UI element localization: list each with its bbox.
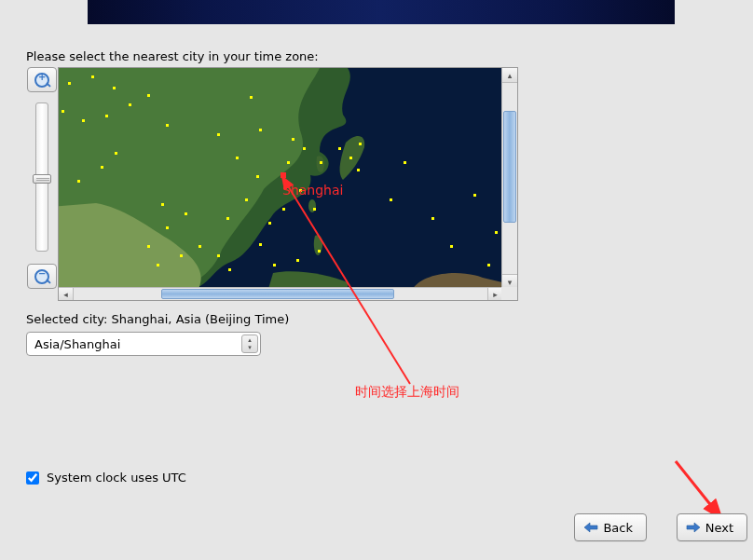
svg-rect-35 [282,208,285,211]
map-canvas[interactable] [59,68,502,289]
svg-rect-44 [359,143,362,145]
arrow-left-icon [582,521,599,534]
zoom-in-icon: + [34,73,49,88]
svg-rect-21 [217,254,220,257]
svg-rect-34 [313,208,316,211]
svg-rect-25 [256,175,259,178]
svg-rect-2 [68,82,71,85]
zoom-out-icon: − [34,269,49,284]
svg-rect-45 [357,169,360,171]
utc-checkbox[interactable] [26,471,39,485]
scrollbar-corner [501,287,517,300]
svg-rect-13 [77,180,80,183]
svg-rect-30 [287,161,290,164]
scroll-left-icon[interactable]: ◂ [59,288,74,300]
svg-rect-36 [268,222,271,225]
svg-rect-52 [495,231,498,234]
svg-rect-15 [166,226,169,229]
svg-rect-38 [273,264,276,266]
svg-rect-47 [404,161,406,164]
zoom-out-button[interactable]: − [27,264,57,289]
svg-rect-40 [318,250,321,253]
svg-rect-6 [82,119,85,122]
svg-rect-42 [338,147,341,150]
svg-rect-31 [292,138,294,141]
svg-rect-3 [91,75,94,78]
svg-rect-5 [62,110,64,113]
timezone-value: Asia/Shanghai [34,337,120,351]
svg-rect-37 [259,243,262,246]
svg-rect-17 [147,245,150,248]
svg-rect-46 [390,198,392,201]
utc-checkbox-row[interactable]: System clock uses UTC [26,471,186,485]
svg-rect-24 [245,198,248,201]
svg-rect-48 [431,217,434,220]
svg-rect-20 [199,245,201,248]
annotation-city-label: Shanghai [282,183,343,198]
vertical-scroll-thumb[interactable] [503,111,516,223]
svg-rect-50 [473,194,476,197]
back-button[interactable]: Back [574,513,647,541]
svg-rect-39 [296,259,299,262]
scroll-up-icon[interactable]: ▴ [502,68,517,83]
svg-rect-10 [166,124,169,127]
svg-rect-7 [105,115,108,117]
svg-rect-18 [157,264,159,266]
annotation-arrow-next [671,457,727,522]
svg-rect-16 [185,212,187,215]
svg-rect-8 [129,103,131,106]
svg-rect-41 [320,161,322,164]
svg-rect-49 [450,245,453,248]
svg-rect-22 [228,268,231,271]
svg-rect-43 [349,157,352,159]
svg-rect-32 [303,147,306,150]
timezone-select[interactable]: Asia/Shanghai ▴▾ [26,332,261,356]
zoom-slider[interactable] [35,102,48,252]
back-button-label: Back [603,521,633,535]
svg-rect-29 [250,96,253,99]
prompt-text: Please select the nearest city in your t… [26,49,319,63]
header-banner [88,0,675,24]
scroll-right-icon[interactable]: ▸ [487,288,502,300]
annotation-note: 时间选择上海时间 [355,384,459,401]
svg-rect-9 [147,94,150,97]
svg-rect-11 [115,152,117,155]
svg-rect-4 [113,87,116,89]
horizontal-scroll-thumb[interactable] [161,289,394,299]
svg-rect-28 [259,129,262,131]
arrow-right-icon [685,521,702,534]
dropdown-spinner-icon[interactable]: ▴▾ [241,335,258,353]
svg-rect-14 [161,203,164,206]
map-horizontal-scrollbar[interactable]: ◂ ▸ [59,287,502,300]
next-button-label: Next [705,521,733,535]
world-map-svg [59,68,502,289]
annotation-marker [281,172,286,178]
zoom-slider-handle[interactable] [33,174,51,184]
svg-rect-12 [101,166,103,169]
svg-rect-26 [236,157,239,159]
svg-rect-51 [487,264,490,266]
svg-rect-27 [217,133,220,136]
svg-rect-19 [180,254,183,257]
selected-city-label: Selected city: Shanghai, Asia (Beijing T… [26,312,289,326]
map-vertical-scrollbar[interactable]: ▴ ▾ [501,68,517,289]
next-button[interactable]: Next [677,513,747,541]
svg-line-54 [676,461,713,508]
zoom-in-button[interactable]: + [27,67,57,92]
svg-rect-23 [226,217,229,220]
utc-checkbox-label: System clock uses UTC [47,471,186,485]
